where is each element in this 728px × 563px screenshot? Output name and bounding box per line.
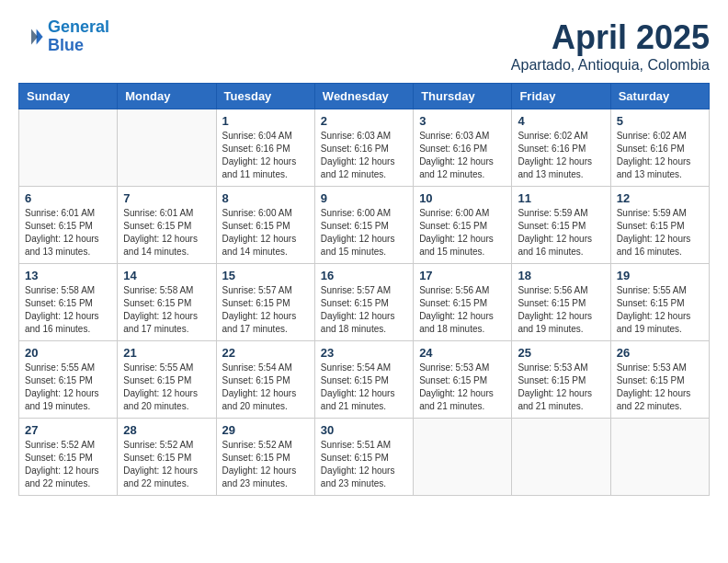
day-info: Sunrise: 6:01 AM Sunset: 6:15 PM Dayligh… xyxy=(123,207,210,259)
day-info: Sunrise: 5:56 AM Sunset: 6:15 PM Dayligh… xyxy=(419,284,506,336)
logo-line2: Blue xyxy=(48,36,84,54)
calendar-cell: 22Sunrise: 5:54 AM Sunset: 6:15 PM Dayli… xyxy=(216,341,314,419)
day-info: Sunrise: 6:04 AM Sunset: 6:16 PM Dayligh… xyxy=(222,130,309,181)
day-info: Sunrise: 5:59 AM Sunset: 6:15 PM Dayligh… xyxy=(518,207,604,259)
day-number: 12 xyxy=(617,191,703,205)
logo: General Blue xyxy=(18,18,109,55)
calendar-cell: 27Sunrise: 5:52 AM Sunset: 6:15 PM Dayli… xyxy=(19,419,118,496)
day-number: 26 xyxy=(617,346,703,360)
day-number: 13 xyxy=(25,269,111,282)
calendar-cell: 16Sunrise: 5:57 AM Sunset: 6:15 PM Dayli… xyxy=(314,264,413,341)
day-number: 6 xyxy=(25,191,111,205)
day-info: Sunrise: 6:03 AM Sunset: 6:16 PM Dayligh… xyxy=(419,130,506,181)
calendar-cell xyxy=(610,419,709,496)
day-number: 4 xyxy=(518,114,604,128)
day-info: Sunrise: 6:00 AM Sunset: 6:15 PM Dayligh… xyxy=(321,207,407,259)
day-number: 3 xyxy=(419,114,506,128)
calendar-cell: 21Sunrise: 5:55 AM Sunset: 6:15 PM Dayli… xyxy=(118,341,216,419)
day-number: 9 xyxy=(321,191,407,205)
day-number: 23 xyxy=(321,346,407,360)
day-info: Sunrise: 6:03 AM Sunset: 6:16 PM Dayligh… xyxy=(321,130,407,181)
calendar-cell: 8Sunrise: 6:00 AM Sunset: 6:15 PM Daylig… xyxy=(216,187,314,264)
day-info: Sunrise: 6:02 AM Sunset: 6:16 PM Dayligh… xyxy=(518,130,604,181)
calendar-cell xyxy=(19,109,118,187)
calendar-cell: 18Sunrise: 5:56 AM Sunset: 6:15 PM Dayli… xyxy=(512,264,610,341)
day-number: 29 xyxy=(222,423,309,437)
day-number: 25 xyxy=(518,346,604,360)
day-info: Sunrise: 5:56 AM Sunset: 6:15 PM Dayligh… xyxy=(518,284,604,336)
day-number: 30 xyxy=(321,423,407,437)
calendar-cell xyxy=(512,419,610,496)
day-of-week-header: Friday xyxy=(512,84,610,109)
day-info: Sunrise: 6:00 AM Sunset: 6:15 PM Dayligh… xyxy=(419,207,506,259)
calendar-cell: 26Sunrise: 5:53 AM Sunset: 6:15 PM Dayli… xyxy=(610,341,709,419)
day-number: 15 xyxy=(222,269,309,282)
calendar-cell: 30Sunrise: 5:51 AM Sunset: 6:15 PM Dayli… xyxy=(314,419,413,496)
day-number: 11 xyxy=(518,191,604,205)
calendar-cell: 11Sunrise: 5:59 AM Sunset: 6:15 PM Dayli… xyxy=(512,187,610,264)
day-info: Sunrise: 5:52 AM Sunset: 6:15 PM Dayligh… xyxy=(25,439,111,490)
calendar-cell: 28Sunrise: 5:52 AM Sunset: 6:15 PM Dayli… xyxy=(118,419,216,496)
logo-line1: General xyxy=(48,17,109,36)
calendar-cell: 5Sunrise: 6:02 AM Sunset: 6:16 PM Daylig… xyxy=(610,109,709,187)
day-number: 21 xyxy=(123,346,210,360)
day-number: 5 xyxy=(617,114,703,128)
calendar-cell: 20Sunrise: 5:55 AM Sunset: 6:15 PM Dayli… xyxy=(19,341,118,419)
day-number: 7 xyxy=(123,191,210,205)
day-number: 10 xyxy=(419,191,506,205)
calendar-cell: 24Sunrise: 5:53 AM Sunset: 6:15 PM Dayli… xyxy=(414,341,512,419)
day-number: 27 xyxy=(25,423,111,437)
day-number: 22 xyxy=(222,346,309,360)
day-number: 8 xyxy=(222,191,309,205)
calendar-week-row: 1Sunrise: 6:04 AM Sunset: 6:16 PM Daylig… xyxy=(19,109,710,187)
day-info: Sunrise: 5:55 AM Sunset: 6:15 PM Dayligh… xyxy=(25,362,111,413)
day-info: Sunrise: 5:57 AM Sunset: 6:15 PM Dayligh… xyxy=(222,284,309,336)
day-info: Sunrise: 6:01 AM Sunset: 6:15 PM Dayligh… xyxy=(25,207,111,259)
calendar-cell: 3Sunrise: 6:03 AM Sunset: 6:16 PM Daylig… xyxy=(414,109,512,187)
day-number: 1 xyxy=(222,114,309,128)
calendar-cell: 12Sunrise: 5:59 AM Sunset: 6:15 PM Dayli… xyxy=(610,187,709,264)
day-of-week-header: Tuesday xyxy=(216,84,314,109)
day-number: 16 xyxy=(321,269,407,282)
calendar-cell: 10Sunrise: 6:00 AM Sunset: 6:15 PM Dayli… xyxy=(414,187,512,264)
calendar-week-row: 6Sunrise: 6:01 AM Sunset: 6:15 PM Daylig… xyxy=(19,187,710,264)
day-info: Sunrise: 5:52 AM Sunset: 6:15 PM Dayligh… xyxy=(222,439,309,490)
day-info: Sunrise: 6:00 AM Sunset: 6:15 PM Dayligh… xyxy=(222,207,309,259)
calendar-week-row: 13Sunrise: 5:58 AM Sunset: 6:15 PM Dayli… xyxy=(19,264,710,341)
day-info: Sunrise: 5:52 AM Sunset: 6:15 PM Dayligh… xyxy=(123,439,210,490)
day-number: 17 xyxy=(419,269,506,282)
calendar-cell: 23Sunrise: 5:54 AM Sunset: 6:15 PM Dayli… xyxy=(314,341,413,419)
day-info: Sunrise: 5:57 AM Sunset: 6:15 PM Dayligh… xyxy=(321,284,407,336)
calendar-cell: 19Sunrise: 5:55 AM Sunset: 6:15 PM Dayli… xyxy=(610,264,709,341)
calendar-cell: 29Sunrise: 5:52 AM Sunset: 6:15 PM Dayli… xyxy=(216,419,314,496)
day-info: Sunrise: 5:54 AM Sunset: 6:15 PM Dayligh… xyxy=(222,362,309,413)
calendar-table: SundayMondayTuesdayWednesdayThursdayFrid… xyxy=(18,83,710,496)
day-info: Sunrise: 5:58 AM Sunset: 6:15 PM Dayligh… xyxy=(123,284,210,336)
day-info: Sunrise: 5:51 AM Sunset: 6:15 PM Dayligh… xyxy=(321,439,407,490)
calendar-week-row: 20Sunrise: 5:55 AM Sunset: 6:15 PM Dayli… xyxy=(19,341,710,419)
day-number: 24 xyxy=(419,346,506,360)
calendar-cell: 17Sunrise: 5:56 AM Sunset: 6:15 PM Dayli… xyxy=(414,264,512,341)
calendar-cell: 13Sunrise: 5:58 AM Sunset: 6:15 PM Dayli… xyxy=(19,264,118,341)
day-info: Sunrise: 5:53 AM Sunset: 6:15 PM Dayligh… xyxy=(617,362,703,413)
calendar-cell: 2Sunrise: 6:03 AM Sunset: 6:16 PM Daylig… xyxy=(314,109,413,187)
day-info: Sunrise: 5:53 AM Sunset: 6:15 PM Dayligh… xyxy=(518,362,604,413)
logo-icon xyxy=(18,24,44,50)
day-info: Sunrise: 5:59 AM Sunset: 6:15 PM Dayligh… xyxy=(617,207,703,259)
calendar-week-row: 27Sunrise: 5:52 AM Sunset: 6:15 PM Dayli… xyxy=(19,419,710,496)
title-section: April 2025 Apartado, Antioquia, Colombia xyxy=(511,18,710,74)
page-header: General Blue April 2025 Apartado, Antioq… xyxy=(18,18,710,74)
calendar-cell: 6Sunrise: 6:01 AM Sunset: 6:15 PM Daylig… xyxy=(19,187,118,264)
day-of-week-header: Sunday xyxy=(19,84,118,109)
calendar-cell: 15Sunrise: 5:57 AM Sunset: 6:15 PM Dayli… xyxy=(216,264,314,341)
day-info: Sunrise: 5:53 AM Sunset: 6:15 PM Dayligh… xyxy=(419,362,506,413)
day-number: 20 xyxy=(25,346,111,360)
calendar-cell: 1Sunrise: 6:04 AM Sunset: 6:16 PM Daylig… xyxy=(216,109,314,187)
month-title: April 2025 xyxy=(511,18,710,57)
day-of-week-header: Monday xyxy=(118,84,216,109)
calendar-cell xyxy=(118,109,216,187)
location-subtitle: Apartado, Antioquia, Colombia xyxy=(511,57,710,74)
day-of-week-header: Wednesday xyxy=(314,84,413,109)
day-number: 18 xyxy=(518,269,604,282)
calendar-cell xyxy=(414,419,512,496)
